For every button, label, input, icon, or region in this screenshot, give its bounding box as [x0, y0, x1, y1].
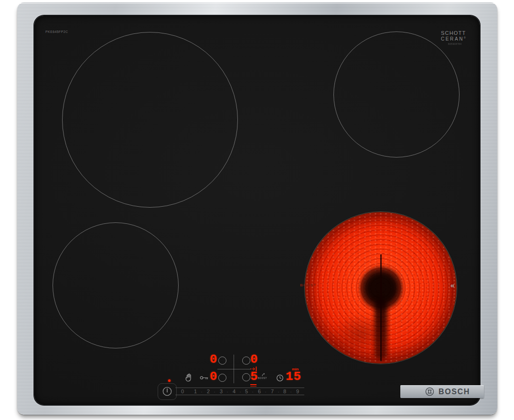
child-lock-key-icon[interactable]	[200, 375, 209, 380]
slider-dot: ·	[201, 389, 203, 394]
power-indicator-dot	[168, 379, 171, 382]
slider-level-0[interactable]: 0	[181, 388, 184, 394]
slider-level-7[interactable]: 7	[271, 388, 274, 394]
registered-mark: ®	[464, 36, 466, 39]
product-photo: PKE645FP2C SCHOTT CERAN® 805908784 BOOST…	[0, 0, 514, 420]
zone-select-key-front-right[interactable]	[242, 373, 250, 381]
model-number-label: PKE645FP2C	[45, 30, 68, 33]
timer-clock-icon[interactable]	[276, 374, 284, 382]
slider-level-5[interactable]: 5	[245, 388, 248, 394]
slider-level-6[interactable]: 6	[258, 388, 261, 394]
ceramic-glass-surface: PKE645FP2C SCHOTT CERAN® 805908784 BOOST…	[34, 16, 480, 405]
slider-level-1[interactable]: 1	[194, 388, 197, 394]
boost-icon	[262, 373, 266, 377]
cooking-zone-front-left	[53, 222, 179, 348]
zone-cross-line-horizontal	[217, 369, 251, 369]
zone-extension-chevron-icon: «	[450, 281, 454, 289]
display-back-right: 0	[250, 353, 258, 366]
slider-level-3[interactable]: 3	[220, 388, 223, 394]
slider-dot: ·	[240, 389, 241, 394]
cooking-zone-front-right-active	[305, 212, 457, 364]
slider-dot: ·	[214, 389, 215, 394]
zone-boost-marking: BOOST	[300, 283, 316, 287]
slider-level-9[interactable]: 9	[296, 388, 299, 394]
power-icon	[162, 386, 172, 397]
zone-select-key-back-right[interactable]	[242, 357, 250, 365]
slider-level-4[interactable]: 4	[233, 388, 236, 394]
cooking-zone-back-right	[333, 32, 460, 158]
slider-dot: ·	[290, 389, 292, 394]
power-key[interactable]	[158, 383, 177, 400]
glass-serial-label: 805908784	[448, 43, 461, 45]
schott-logo-line2: CERAN®	[441, 36, 466, 42]
slider-bottom-line	[175, 395, 304, 395]
schott-ceran-logo: SCHOTT CERAN®	[441, 30, 466, 42]
slider-top-line	[175, 388, 304, 388]
slider-dot: ·	[278, 389, 279, 394]
heating-element-shadow-line	[380, 254, 382, 361]
slider-dot: ·	[252, 389, 254, 394]
slider-dot: ·	[265, 389, 267, 394]
wipe-protection-hand-icon[interactable]	[185, 373, 193, 382]
display-front-left: 0	[210, 370, 218, 383]
power-level-slider[interactable]: 0 1 · 2 · 3 · 4 · 5 · 6 · 7 · 8 · 9	[175, 387, 304, 396]
slider-level-2[interactable]: 2	[207, 388, 210, 394]
slider-level-8[interactable]: 8	[283, 388, 286, 394]
timer-display: 15	[286, 370, 301, 383]
display-front-right: 5	[250, 370, 258, 383]
cooking-zone-back-left	[62, 32, 238, 208]
schott-logo-line1: SCHOTT	[441, 30, 466, 36]
zone-select-key-back-left[interactable]	[218, 357, 226, 365]
display-back-left: 0	[210, 353, 218, 366]
slider-dot: ·	[227, 389, 228, 394]
level-underline	[250, 384, 257, 385]
zone-select-key-front-left[interactable]	[218, 374, 226, 382]
bosch-logo-badge: BOSCH	[400, 385, 484, 398]
boost-label[interactable]: BOOST	[258, 377, 267, 379]
bosch-symbol-icon	[425, 387, 434, 396]
bosch-wordmark: BOSCH	[439, 388, 470, 396]
